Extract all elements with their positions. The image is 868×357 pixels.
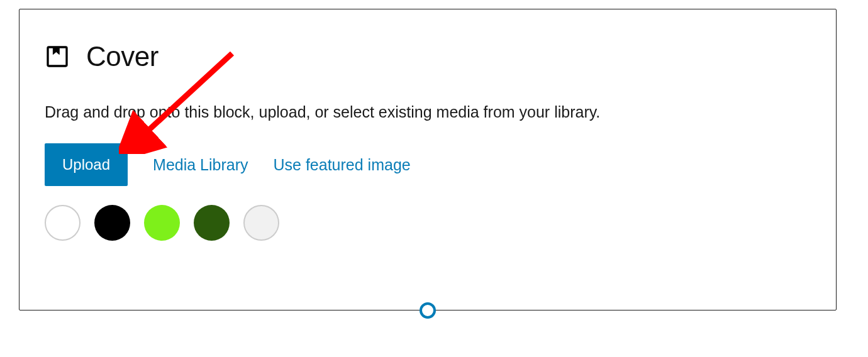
- media-actions-row: Upload Media Library Use featured image: [45, 143, 811, 186]
- use-featured-image-button[interactable]: Use featured image: [274, 156, 411, 174]
- color-swatch-white[interactable]: [45, 205, 81, 241]
- color-swatch-lime[interactable]: [144, 205, 180, 241]
- media-library-button[interactable]: Media Library: [153, 156, 248, 174]
- color-swatch-black[interactable]: [94, 205, 130, 241]
- cover-block-placeholder: Cover Drag and drop onto this block, upl…: [19, 9, 837, 310]
- cover-icon: [45, 44, 70, 69]
- upload-button[interactable]: Upload: [45, 143, 128, 186]
- block-title: Cover: [86, 41, 159, 72]
- block-instructions: Drag and drop onto this block, upload, o…: [45, 101, 811, 123]
- block-header: Cover: [45, 41, 811, 72]
- color-swatch-dark-green[interactable]: [194, 205, 230, 241]
- resize-handle[interactable]: [420, 302, 436, 319]
- color-swatch-light-gray[interactable]: [243, 205, 279, 241]
- color-swatch-row: [45, 205, 811, 241]
